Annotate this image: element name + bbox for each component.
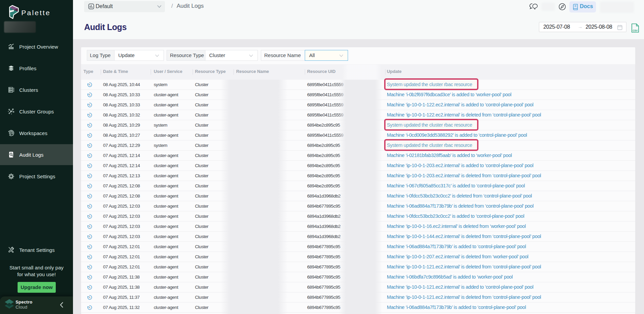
svg-text:CSV: CSV <box>633 29 638 32</box>
